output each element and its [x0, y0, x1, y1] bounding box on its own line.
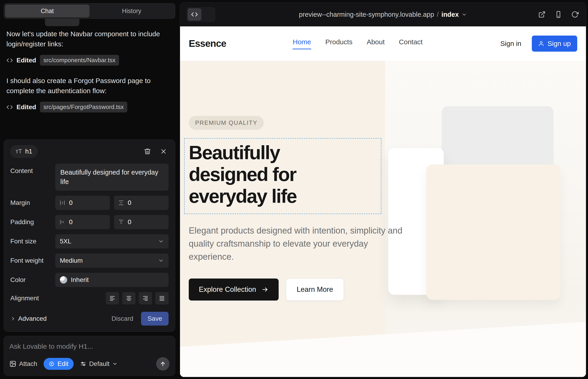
sidebar-tabbar: Chat History	[4, 3, 175, 19]
font-size-value: 5XL	[60, 238, 71, 245]
premium-quality-badge: PREMIUM QUALITY	[189, 116, 264, 130]
padding-y-value: 0	[128, 218, 131, 226]
open-external-button[interactable]	[538, 10, 546, 19]
chevron-down-icon	[112, 361, 118, 367]
edited-file-row: Edited src/components/Navbar.tsx	[6, 55, 172, 66]
hero-paragraph: Elegant products designed with intention…	[189, 224, 411, 263]
nav-link-home[interactable]: Home	[293, 38, 311, 49]
nav-link-contact[interactable]: Contact	[399, 38, 422, 49]
padding-label: Padding	[10, 218, 55, 226]
font-weight-label: Font weight	[10, 257, 55, 264]
code-preview-toggle[interactable]	[186, 7, 215, 22]
refresh-button[interactable]	[571, 10, 579, 19]
arrow-right-icon	[262, 286, 269, 293]
font-weight-select[interactable]: Medium	[55, 253, 169, 268]
delete-element-button[interactable]	[142, 146, 153, 157]
site-logo[interactable]: Essence	[189, 38, 226, 49]
file-chip-forgot-password[interactable]: src/pages/ForgotPassword.tsx	[40, 102, 127, 112]
margin-y-value: 0	[128, 199, 131, 206]
margin-x-input[interactable]: 0	[55, 196, 110, 210]
sliders-icon	[80, 361, 86, 367]
edited-file-row: Edited src/pages/ForgotPassword.tsx	[6, 102, 172, 112]
content-textarea[interactable]: Beautifully designed for everyday life	[55, 164, 169, 191]
content-label: Content	[10, 164, 55, 174]
padding-x-input[interactable]: 0	[55, 215, 110, 229]
truncated-chip	[45, 19, 79, 26]
sign-in-link[interactable]: Sign in	[500, 40, 522, 47]
edited-label: Edited	[16, 57, 36, 64]
preview-url-dropdown[interactable]: preview--charming-site-symphony.lovable.…	[299, 11, 467, 18]
tab-chat[interactable]: Chat	[5, 5, 90, 17]
close-editor-button[interactable]	[158, 146, 169, 157]
padding-y-input[interactable]: 0	[114, 215, 169, 229]
model-default-dropdown[interactable]: Default	[80, 360, 118, 367]
explore-collection-label: Explore Collection	[199, 285, 256, 294]
advanced-label: Advanced	[18, 315, 47, 322]
nav-link-products[interactable]: Products	[325, 38, 353, 49]
align-center-button[interactable]	[122, 292, 136, 304]
selected-tag-label: h1	[25, 148, 32, 155]
margin-y-input[interactable]: 0	[114, 196, 169, 210]
vertical-spacing-icon	[118, 200, 124, 206]
composer-input[interactable]	[9, 343, 170, 350]
element-editor-panel: тT h1 Content Beautifully designed for e…	[4, 140, 175, 332]
code-icon	[187, 8, 201, 21]
margin-x-value: 0	[69, 199, 73, 206]
preview-page: index	[441, 11, 459, 18]
selected-element-chip: тT h1	[10, 145, 38, 158]
code-icon	[6, 57, 13, 63]
chat-composer: Attach Edit Default	[4, 336, 175, 376]
horizontal-padding-icon	[59, 219, 65, 225]
sign-up-button[interactable]: Sign up	[532, 35, 577, 52]
alignment-label: Alignment	[10, 295, 55, 302]
align-justify-button[interactable]	[155, 292, 169, 304]
font-size-label: Font size	[10, 238, 55, 245]
hero-background-band	[180, 320, 586, 377]
model-default-label: Default	[89, 360, 110, 367]
learn-more-button[interactable]: Learn More	[286, 279, 344, 300]
chat-sidebar: Chat History Now let's update the Navbar…	[0, 0, 179, 379]
align-left-button[interactable]	[106, 292, 119, 304]
chat-message-list: Now let's update the Navbar component to…	[4, 19, 175, 140]
nav-link-about[interactable]: About	[367, 38, 385, 49]
tab-history[interactable]: History	[90, 5, 174, 17]
horizontal-spacing-icon	[59, 200, 65, 206]
discard-button[interactable]: Discard	[111, 315, 133, 322]
attach-image-icon	[9, 360, 16, 367]
edit-target-icon	[49, 361, 55, 367]
attach-label: Attach	[19, 360, 37, 367]
selected-h1-element[interactable]: Beautifully designed for everyday life	[184, 138, 381, 214]
attach-button[interactable]: Attach	[9, 360, 37, 367]
preview-domain: preview--charming-site-symphony.lovable.…	[299, 11, 434, 18]
chevron-down-icon	[462, 12, 467, 17]
explore-collection-button[interactable]: Explore Collection	[189, 279, 279, 300]
headline-line-3: everyday life	[189, 185, 377, 207]
user-icon	[538, 41, 544, 47]
color-swatch	[60, 276, 67, 284]
edit-mode-label: Edit	[57, 360, 68, 367]
color-value: Inherit	[71, 276, 89, 284]
save-button[interactable]: Save	[141, 312, 169, 326]
chevron-down-icon	[158, 258, 164, 264]
send-button[interactable]	[156, 357, 170, 371]
font-size-select[interactable]: 5XL	[55, 234, 169, 249]
font-weight-value: Medium	[60, 257, 83, 264]
file-chip-navbar[interactable]: src/components/Navbar.tsx	[40, 55, 119, 66]
preview-panel: preview--charming-site-symphony.lovable.…	[180, 2, 586, 377]
edit-mode-button[interactable]: Edit	[44, 358, 73, 370]
color-select[interactable]: Inherit	[55, 273, 169, 287]
headline-line-2: designed for	[189, 164, 377, 185]
align-right-button[interactable]	[139, 292, 152, 304]
decor-rectangle-beige	[426, 164, 560, 300]
learn-more-label: Learn More	[297, 285, 333, 294]
text-type-icon: тT	[15, 148, 22, 155]
chevron-right-icon	[10, 316, 16, 321]
code-icon	[6, 104, 13, 110]
color-label: Color	[10, 276, 55, 284]
margin-label: Margin	[10, 199, 55, 206]
preview-toolbar: preview--charming-site-symphony.lovable.…	[180, 2, 586, 26]
mobile-view-button[interactable]	[554, 10, 563, 19]
chevron-down-icon	[158, 238, 164, 244]
vertical-padding-icon	[118, 219, 124, 225]
advanced-toggle[interactable]: Advanced	[10, 315, 47, 322]
